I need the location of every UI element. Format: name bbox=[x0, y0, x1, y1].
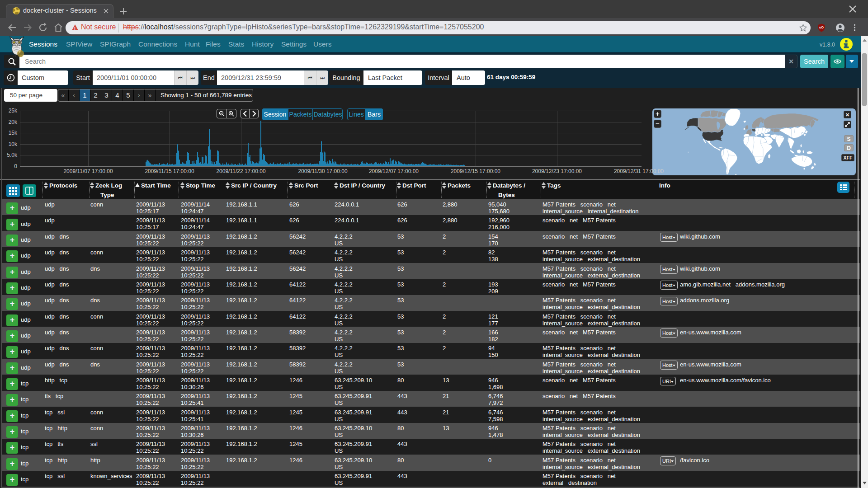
svg-text:uO: uO bbox=[819, 25, 824, 29]
